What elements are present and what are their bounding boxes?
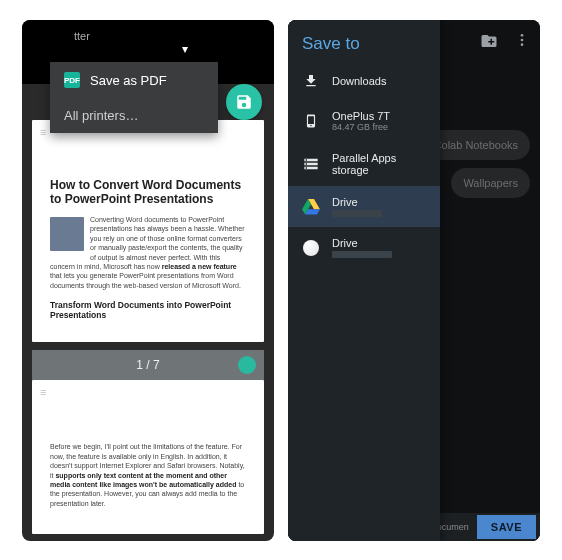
location-drive-1[interactable]: Drive [288,186,440,227]
location-parallel-apps[interactable]: Parallel Apps storage [288,142,440,186]
dropdown-item-label: Save as PDF [90,73,167,88]
preview-page-1[interactable]: ≡ How to Convert Word Documents to Power… [32,120,264,342]
drawer-title: Save to [288,20,440,62]
pdf-icon: PDF [64,72,80,88]
new-folder-icon[interactable] [480,32,496,48]
printer-dropdown: PDF Save as PDF All printers… [50,62,218,133]
location-label: Drive [332,196,382,208]
more-icon[interactable] [514,32,530,48]
account-redacted [332,210,382,217]
print-preview-list[interactable]: ≡ How to Convert Word Documents to Power… [32,120,264,535]
dropdown-item-save-as-pdf[interactable]: PDF Save as PDF [50,62,218,98]
chevron-down-icon[interactable]: ▾ [182,42,188,56]
article-thumb [50,217,84,251]
save-fab[interactable] [226,84,262,120]
filename-hint: ocumen [437,522,469,532]
check-icon [238,356,256,374]
save-button[interactable]: SAVE [477,515,536,539]
article-para: Before we begin, I'll point out the limi… [50,442,246,508]
preview-page-2[interactable]: ≡ Before we begin, I'll point out the li… [32,380,264,534]
location-downloads[interactable]: Downloads [288,62,440,100]
location-sub: 84.47 GB free [332,122,390,132]
locations-drawer: Save to Downloads OnePlus 7T 84.47 GB fr… [288,20,440,541]
location-label: OnePlus 7T [332,110,390,122]
storage-icon [302,155,320,173]
account-redacted [332,251,392,258]
page-indicator: 1 / 7 [32,350,264,380]
download-icon [302,72,320,90]
article-title: How to Convert Word Documents to PowerPo… [50,178,246,207]
phone-icon [302,112,320,130]
page-count: 1 / 7 [136,358,159,372]
location-label: Downloads [332,75,386,87]
dropdown-item-all-printers[interactable]: All printers… [50,98,218,133]
print-dialog-phone: tter ▾ PDF Save as PDF All printers… ≡ H… [22,20,274,541]
location-label: Drive [332,237,392,249]
svg-point-1 [521,39,524,42]
save-icon [235,93,253,111]
dropdown-item-label: All printers… [64,108,138,123]
location-device[interactable]: OnePlus 7T 84.47 GB free [288,100,440,142]
svg-point-2 [521,43,524,46]
drive-icon [302,239,320,257]
article-subheading: Transform Word Documents into PowerPoint… [50,300,246,320]
folder-wallpapers[interactable]: Wallpapers [451,168,530,198]
file-picker-phone: Colab Notebooks Wallpapers ocumen SAVE S… [288,20,540,541]
svg-point-0 [521,34,524,37]
location-label: Parallel Apps storage [332,152,426,176]
hamburger-icon: ≡ [40,386,46,398]
hamburger-icon: ≡ [40,126,46,138]
google-drive-icon [302,198,320,216]
location-drive-2[interactable]: Drive [288,227,440,268]
print-header-sub: tter [74,30,90,42]
